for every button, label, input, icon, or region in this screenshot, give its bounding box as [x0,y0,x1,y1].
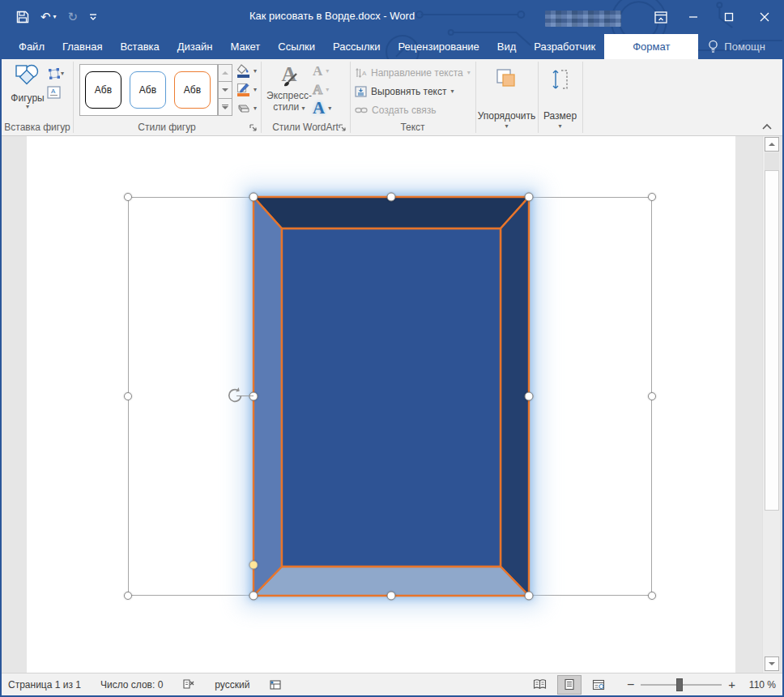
resize-handle-s[interactable] [387,592,396,601]
text-direction-icon: A [355,67,367,79]
edit-shape-button[interactable]: ▾ [47,66,71,82]
gallery-more-button[interactable] [218,99,232,116]
tab-home[interactable]: Главная [53,34,111,59]
tab-mailings[interactable]: Рассылки [324,34,389,59]
zoom-in-button[interactable]: + [728,678,735,691]
shape-style-option-2[interactable]: Абв [130,71,166,109]
close-button[interactable] [747,0,782,34]
adjustment-handle[interactable] [249,561,258,570]
help-label: Помощн [724,41,765,53]
vertical-scrollbar[interactable] [762,136,780,673]
shapes-label: Фигуры [6,92,49,104]
canvas-handle-sw[interactable] [124,592,132,600]
align-text-button[interactable]: Выровнять текст ▾ [355,84,454,99]
zoom-slider[interactable] [641,678,722,691]
undo-button[interactable]: ↶▾ [40,10,57,24]
rotation-handle[interactable] [217,387,254,404]
text-direction-button[interactable]: A Направление текста ▾ [355,66,471,80]
canvas-handle-w[interactable] [124,392,132,400]
minimize-icon [688,12,698,22]
shape-fill-button[interactable]: ▾ [236,62,260,79]
text-fill-icon: A [313,63,322,79]
group-label-wordart: Стили WordArt [261,122,350,133]
resize-handle-e[interactable] [525,392,534,401]
tab-insert[interactable]: Вставка [111,34,168,59]
collapse-ribbon-button[interactable] [761,123,773,130]
redo-button[interactable]: ↻ [68,10,79,24]
wordart-dialog-launcher[interactable] [338,123,347,133]
page-indicator[interactable]: Страница 1 из 1 [8,679,81,691]
arrange-label: Упорядочить [475,110,538,122]
shape-effects-button[interactable]: ▾ [236,100,260,117]
shapes-button[interactable]: Фигуры ▾ [6,63,49,110]
gallery-scroll-down-button[interactable] [218,82,232,99]
canvas-handle-nw[interactable] [124,193,132,201]
shape-styles-dialog-launcher[interactable] [249,123,258,133]
rotate-icon [229,390,241,402]
sign-in-button[interactable] [773,34,784,59]
group-shape-styles: Абв Абв Абв ▾ [73,59,261,135]
group-wordart-styles: А Экспресс- стили ▾ A▾ A▾ A▾ [261,59,350,135]
quick-styles-button[interactable]: А Экспресс- стили ▾ [266,62,313,113]
size-button[interactable]: Размер ▾ [538,59,582,135]
read-mode-button[interactable] [528,675,552,695]
print-layout-icon [564,678,575,691]
word-count[interactable]: Число слов: 0 [100,679,163,691]
gallery-more-icon [222,105,228,110]
zoom-slider-thumb[interactable] [676,678,683,691]
resize-handle-nw[interactable] [249,193,258,202]
scrollbar-up-button[interactable] [765,137,779,152]
create-link-button[interactable]: Создать связь [355,103,436,118]
canvas-handle-ne[interactable] [648,193,656,201]
group-insert-shapes: Фигуры ▾ ▾ A [2,59,73,135]
resize-handle-ne[interactable] [525,193,534,202]
tab-design[interactable]: Дизайн [168,34,222,59]
shape-style-option-3[interactable]: Абв [174,71,211,109]
text-outline-button[interactable]: A▾ [313,81,347,98]
tab-developer[interactable]: Разработчик [525,34,604,59]
ribbon-display-options-button[interactable] [646,0,675,34]
tab-format[interactable]: Формат [604,34,698,59]
resize-handle-se[interactable] [525,592,534,601]
resize-handle-n[interactable] [387,193,396,202]
scrollbar-track[interactable] [765,152,779,170]
maximize-button[interactable] [711,0,747,34]
tab-references[interactable]: Ссылки [269,34,324,59]
arrange-button[interactable]: Упорядочить ▾ [475,59,538,135]
ribbon-tabs: Файл Главная Вставка Дизайн Макет Ссылки… [2,34,782,59]
tab-view[interactable]: Вид [488,34,526,59]
document-area[interactable] [2,136,782,673]
resize-handle-sw[interactable] [249,592,258,601]
selected-shape[interactable] [254,197,529,596]
canvas-handle-se[interactable] [648,592,656,600]
tab-file[interactable]: Файл [10,34,53,59]
group-text: A Направление текста ▾ Выровнять текст ▾ [350,59,475,135]
language-indicator[interactable]: русский [215,679,249,691]
proofing-status-button[interactable] [182,678,195,691]
scrollbar-thumb[interactable] [765,170,779,511]
gallery-scroll-up-button[interactable] [218,64,232,82]
text-fill-button[interactable]: A▾ [313,62,347,79]
save-button[interactable] [16,11,29,24]
lightbulb-icon [708,40,718,53]
minimize-button[interactable] [675,0,711,34]
canvas-handle-e[interactable] [648,392,656,400]
tab-layout[interactable]: Макет [221,34,269,59]
web-layout-button[interactable] [586,675,611,695]
print-layout-button[interactable] [557,675,582,695]
zoom-level[interactable]: 110 % [744,679,776,691]
zoom-out-button[interactable]: − [627,678,634,692]
shape-outline-button[interactable]: ▾ [236,81,260,98]
window-controls [646,0,782,34]
macro-recording-button[interactable] [269,679,282,691]
ribbon: Фигуры ▾ ▾ A [2,59,782,136]
text-effects-button[interactable]: A▾ [313,100,347,117]
tell-me-help[interactable]: Помощн [698,34,773,59]
customize-qat-button[interactable] [89,13,97,21]
shape-style-option-1[interactable]: Абв [85,71,121,109]
align-text-dropdown-icon: ▾ [450,88,454,95]
scrollbar-down-button[interactable] [765,656,779,671]
text-box-button[interactable]: A [47,84,71,100]
tab-review[interactable]: Рецензирование [389,34,488,59]
customize-qat-icon [89,13,97,21]
